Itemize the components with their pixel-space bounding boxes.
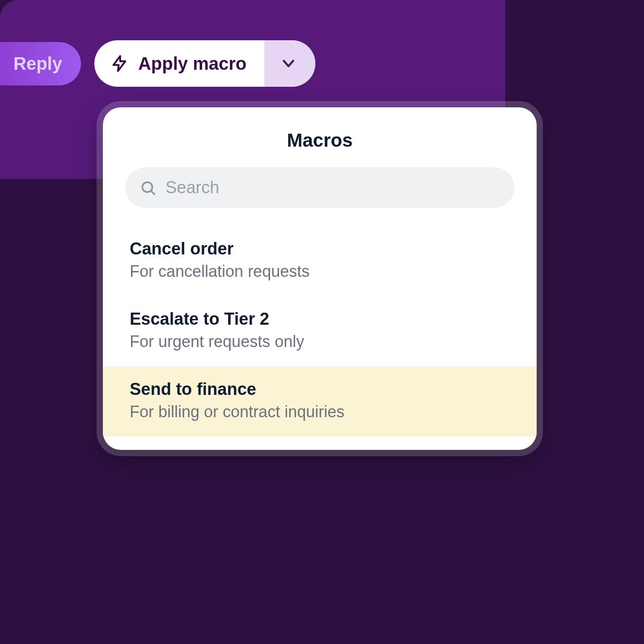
search-icon bbox=[140, 179, 157, 196]
macro-item-send-finance[interactable]: Send to finance For billing or contract … bbox=[103, 366, 537, 436]
macro-name: Send to finance bbox=[130, 380, 510, 399]
svg-line-1 bbox=[151, 191, 154, 194]
apply-macro-dropdown-toggle[interactable] bbox=[264, 40, 315, 87]
macros-dropdown: Macros Cancel order For cancellation req… bbox=[103, 107, 537, 450]
macro-list: Cancel order For cancellation requests E… bbox=[103, 226, 537, 436]
chevron-down-icon bbox=[280, 55, 297, 72]
search-input[interactable] bbox=[165, 178, 500, 197]
bolt-icon bbox=[110, 55, 128, 72]
macro-name: Escalate to Tier 2 bbox=[130, 309, 510, 329]
macro-desc: For billing or contract inquiries bbox=[130, 402, 510, 421]
apply-macro-main[interactable]: Apply macro bbox=[94, 42, 264, 85]
toolbar: Reply Apply macro bbox=[0, 40, 315, 87]
macro-item-cancel-order[interactable]: Cancel order For cancellation requests bbox=[103, 226, 537, 296]
search-field-wrap[interactable] bbox=[125, 167, 514, 208]
dropdown-title: Macros bbox=[103, 107, 537, 167]
reply-label: Reply bbox=[13, 54, 62, 74]
apply-macro-button[interactable]: Apply macro bbox=[94, 40, 315, 87]
reply-button[interactable]: Reply bbox=[0, 42, 81, 85]
apply-macro-label: Apply macro bbox=[138, 54, 246, 74]
macro-item-escalate[interactable]: Escalate to Tier 2 For urgent requests o… bbox=[103, 296, 537, 366]
macro-desc: For cancellation requests bbox=[130, 262, 510, 281]
macro-name: Cancel order bbox=[130, 239, 510, 258]
macro-desc: For urgent requests only bbox=[130, 332, 510, 351]
